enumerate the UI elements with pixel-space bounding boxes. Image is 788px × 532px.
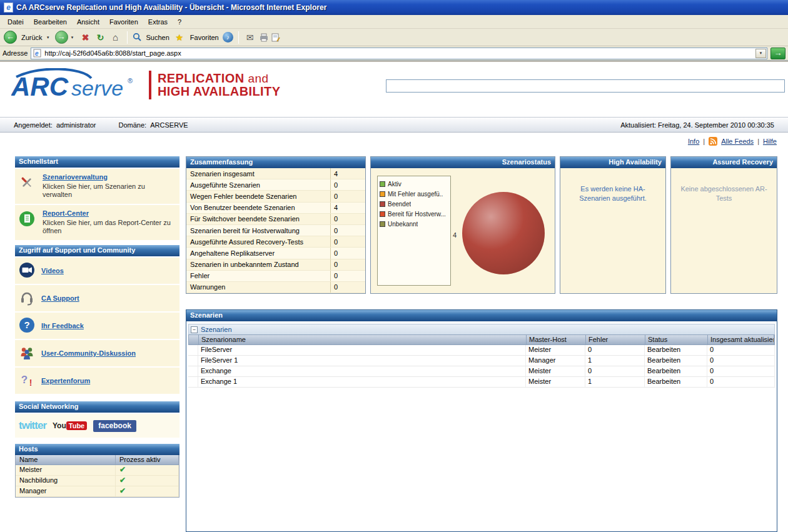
summary-panel: Zusammenfassung Szenarien insgesamt4 Aus… bbox=[186, 156, 366, 294]
menu-bearbeiten[interactable]: Bearbeiten bbox=[29, 16, 72, 28]
svg-text:?: ? bbox=[24, 319, 29, 330]
forward-button[interactable]: → bbox=[55, 31, 68, 44]
sidebar-item-szenarioverwaltung[interactable]: Szenarioverwaltung Klicken Sie hier, um … bbox=[15, 169, 179, 204]
window-title: CA ARCserve Replication und High Availab… bbox=[16, 3, 326, 12]
community-link[interactable]: User-Community-Diskussion bbox=[41, 349, 136, 357]
video-icon bbox=[19, 262, 35, 279]
active-check-icon: ✔ bbox=[119, 486, 126, 495]
table-row[interactable]: Exchange Meister 0 Bearbeiten 0 bbox=[188, 366, 775, 377]
hosts-row: Nachbildung ✔ bbox=[16, 476, 179, 486]
high-availability-message: Es werden keine HA-Szenarien ausgeführt. bbox=[560, 168, 665, 203]
active-check-icon: ✔ bbox=[119, 465, 126, 474]
toolbar-separator bbox=[238, 31, 239, 44]
arcserve-logo: ARC serve ® REPLICATION and HIGH AVAILAB… bbox=[11, 68, 280, 102]
pie-data-label: 4 bbox=[453, 231, 457, 239]
legend-swatch-beendet bbox=[380, 201, 385, 207]
all-feeds-link[interactable]: Alle Feeds bbox=[721, 138, 754, 145]
legend-swatch-aktiv bbox=[380, 181, 385, 187]
headset-icon bbox=[19, 289, 35, 307]
svg-text:e: e bbox=[35, 50, 39, 57]
stop-icon[interactable]: ✖ bbox=[79, 33, 92, 43]
search-label[interactable]: Suchen bbox=[146, 34, 169, 41]
sidebar-item-ca-support[interactable]: CA Support bbox=[15, 285, 179, 311]
menu-extras[interactable]: Extras bbox=[143, 16, 173, 28]
menu-favoriten[interactable]: Favoriten bbox=[104, 16, 143, 28]
sidebar-item-feedback[interactable]: ? Ihr Feedback bbox=[15, 313, 179, 339]
assured-recovery-message: Keine abgeschlossenen AR-Tests bbox=[671, 168, 777, 203]
address-field[interactable]: e ▼ bbox=[31, 48, 767, 59]
hosts-table: Name Prozess aktiv Meister ✔ Nachbildung… bbox=[15, 455, 179, 498]
tools-icon bbox=[19, 173, 38, 199]
report-center-link[interactable]: Report-Center bbox=[43, 209, 89, 217]
back-label[interactable]: Zurück bbox=[21, 34, 43, 41]
chart-legend: Aktiv Mit Fehler ausgefü.. Beendet Berei… bbox=[377, 176, 451, 286]
expertenforum-link[interactable]: Expertenforum bbox=[41, 377, 90, 384]
hosts-header: Hosts bbox=[15, 444, 179, 455]
domain: Domäne: ARCSERVE bbox=[118, 121, 188, 129]
forward-dropdown-icon[interactable]: ▼ bbox=[71, 36, 74, 39]
summary-table: Szenarien insgesamt4 Ausgeführte Szenari… bbox=[186, 168, 365, 293]
social-networking-row: twitter YouTube facebook bbox=[15, 414, 179, 438]
arcserve-wordmark: ARC serve ® bbox=[11, 68, 144, 102]
szenarioverwaltung-link[interactable]: Szenarioverwaltung bbox=[43, 173, 108, 181]
edit-page-icon[interactable] bbox=[271, 33, 280, 42]
last-updated: Aktualisiert: Freitag, 24. September 201… bbox=[620, 121, 774, 129]
address-dropdown-icon[interactable]: ▼ bbox=[755, 49, 766, 58]
collapse-icon[interactable]: − bbox=[191, 326, 198, 333]
table-row[interactable]: FileServer 1 Manager 1 Bearbeiten 0 bbox=[188, 356, 775, 366]
report-center-desc: Klicken Sie hier, um das Report-Center z… bbox=[43, 219, 176, 235]
refresh-icon[interactable]: ↻ bbox=[94, 33, 107, 43]
table-row[interactable]: Exchange 1 Meister 1 Bearbeiten 0 bbox=[188, 377, 775, 388]
favorites-label[interactable]: Favoriten bbox=[190, 34, 219, 41]
assured-recovery-header: Assured Recovery bbox=[671, 157, 777, 168]
scenario-status-panel: Szenariostatus Aktiv Mit Fehler ausgefü.… bbox=[370, 156, 555, 294]
scenarios-group-row[interactable]: − Szenarien bbox=[188, 324, 775, 334]
help-link[interactable]: Hilfe bbox=[763, 138, 777, 145]
sidebar-item-expertenforum[interactable]: ? ! Expertenforum bbox=[15, 368, 179, 394]
svg-text:?: ? bbox=[21, 374, 28, 386]
print-icon[interactable] bbox=[259, 33, 269, 42]
address-input[interactable] bbox=[44, 49, 753, 58]
media-icon[interactable]: ♪ bbox=[223, 32, 233, 43]
back-dropdown-icon[interactable]: ▼ bbox=[46, 36, 50, 39]
high-availability-panel: High Availability Es werden keine HA-Sze… bbox=[560, 156, 666, 294]
favorites-star-icon[interactable]: ★ bbox=[173, 33, 186, 43]
table-row[interactable]: FileServer Meister 0 Bearbeiten 0 bbox=[188, 345, 775, 356]
sidebar-item-report-center[interactable]: Report-Center Klicken Sie hier, um das R… bbox=[15, 205, 179, 240]
report-icon bbox=[19, 209, 38, 236]
quickstart-header: Schnellstart bbox=[15, 156, 179, 168]
menu-hilfe[interactable]: ? bbox=[173, 16, 186, 28]
sidebar-item-videos[interactable]: Videos bbox=[15, 258, 179, 284]
facebook-logo[interactable]: facebook bbox=[93, 420, 136, 432]
legend-swatch-unbekannt bbox=[380, 221, 385, 227]
scenarios-panel: Szenarien − Szenarien Szenarioname Maste… bbox=[186, 309, 777, 532]
session-strip: Angemeldet: administrator Domäne: ARCSER… bbox=[0, 117, 788, 133]
youtube-logo[interactable]: YouTube bbox=[53, 421, 87, 430]
main-content: Zusammenfassung Szenarien insgesamt4 Aus… bbox=[186, 156, 777, 532]
active-check-icon: ✔ bbox=[119, 476, 126, 484]
ie-window-icon: e bbox=[4, 3, 13, 13]
menu-bar: Datei Bearbeiten Ansicht Favoriten Extra… bbox=[0, 15, 788, 29]
mail-icon[interactable]: ✉ bbox=[244, 33, 256, 43]
sidebar-item-community[interactable]: User-Community-Diskussion bbox=[15, 340, 179, 366]
ca-support-link[interactable]: CA Support bbox=[41, 294, 79, 302]
menu-ansicht[interactable]: Ansicht bbox=[72, 16, 104, 28]
home-icon[interactable]: ⌂ bbox=[109, 32, 122, 43]
info-link[interactable]: Info bbox=[688, 138, 699, 145]
hosts-table-header: Name Prozess aktiv bbox=[16, 455, 179, 465]
back-button[interactable]: ← bbox=[4, 31, 17, 44]
svg-text:ARC: ARC bbox=[11, 72, 69, 101]
menu-datei[interactable]: Datei bbox=[3, 16, 29, 28]
rss-icon[interactable] bbox=[709, 137, 717, 146]
videos-link[interactable]: Videos bbox=[41, 267, 64, 274]
search-icon[interactable] bbox=[133, 33, 142, 42]
browser-toolbar: ← Zurück ▼ → ▼ ✖ ↻ ⌂ Suchen ★ Favoriten … bbox=[0, 29, 788, 46]
scenario-status-chart: Aktiv Mit Fehler ausgefü.. Beendet Berei… bbox=[371, 168, 555, 293]
assured-recovery-panel: Assured Recovery Keine abgeschlossenen A… bbox=[670, 156, 777, 294]
go-button[interactable]: → bbox=[770, 48, 785, 59]
header-search-input[interactable] bbox=[386, 79, 785, 93]
support-header: Zugriff auf Support und Community bbox=[15, 245, 179, 256]
feedback-link[interactable]: Ihr Feedback bbox=[41, 322, 84, 329]
hosts-row: Meister ✔ bbox=[16, 465, 179, 476]
twitter-logo[interactable]: twitter bbox=[19, 419, 46, 432]
